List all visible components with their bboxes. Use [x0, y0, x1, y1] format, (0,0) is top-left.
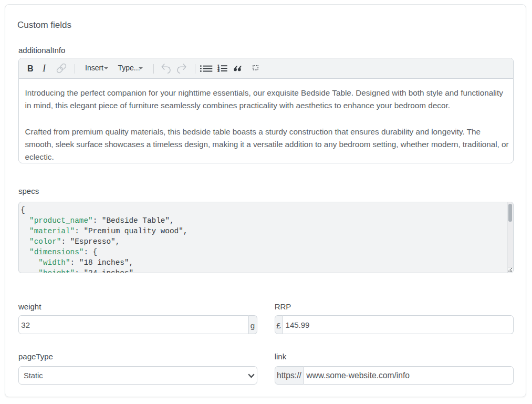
svg-text:3: 3	[217, 69, 220, 72]
